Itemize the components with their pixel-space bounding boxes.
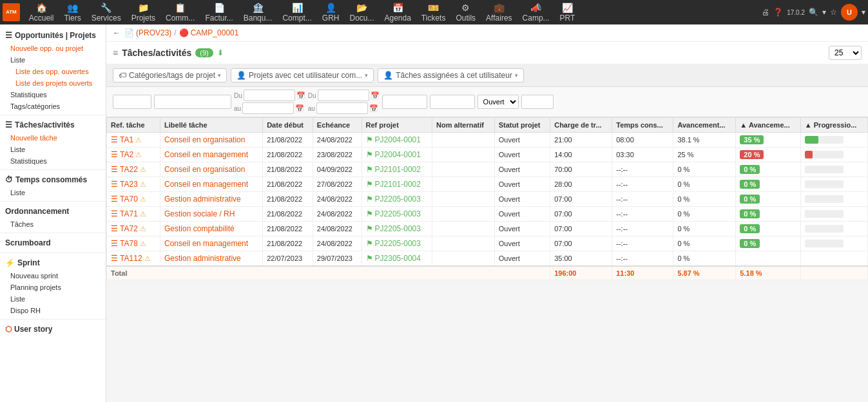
projet-link[interactable]: ⚑PJ2205-0003 bbox=[366, 195, 428, 204]
filter-ref-input[interactable] bbox=[113, 95, 151, 109]
nav-docu[interactable]: 📂 Docu... bbox=[344, 0, 379, 24]
sidebar-link-new-opp[interactable]: Nouvelle opp. ou projet bbox=[0, 43, 106, 54]
nav-camp[interactable]: 📣 Camp... bbox=[517, 0, 555, 24]
cal-icon-4[interactable]: 📅 bbox=[369, 104, 378, 113]
sidebar-link-liste-sprint[interactable]: Liste bbox=[0, 293, 106, 305]
nav-factur[interactable]: 📄 Factur... bbox=[200, 0, 238, 24]
sidebar-section-scrum[interactable]: Scrumboard bbox=[0, 236, 106, 250]
ref-link[interactable]: ☰ TA72 bbox=[111, 224, 138, 233]
filter-projects-btn[interactable]: 👤 Projets avec cet utilisateur com... ▾ bbox=[231, 68, 374, 82]
sidebar-section-temps[interactable]: ⏱ Temps consommés bbox=[0, 173, 106, 187]
nav-compt[interactable]: 📊 Compt... bbox=[277, 0, 316, 24]
filter-ref-projet-input[interactable] bbox=[382, 95, 427, 109]
star-icon[interactable]: ☆ bbox=[830, 8, 837, 17]
col-nom-alt[interactable]: Nom alternatif bbox=[432, 118, 494, 133]
projet-link[interactable]: ⚑PJ2004-0001 bbox=[366, 150, 428, 159]
col-avancement2[interactable]: ▲ Avanceme... bbox=[736, 118, 800, 133]
ref-link[interactable]: ☰ TA2 bbox=[111, 150, 133, 159]
col-statut[interactable]: Statut projet bbox=[494, 118, 550, 133]
ref-link[interactable]: ☰ TA78 bbox=[111, 239, 138, 248]
download-icon[interactable]: ⬇ bbox=[217, 48, 224, 57]
nav-tiers[interactable]: 👥 Tiers bbox=[59, 0, 86, 24]
col-temps[interactable]: Temps cons... bbox=[612, 118, 673, 133]
libelle-link[interactable]: Gestion administrative bbox=[164, 254, 241, 263]
filter-nom-alt-input[interactable] bbox=[430, 95, 475, 109]
ref-link[interactable]: ☰ TA112 bbox=[111, 254, 142, 263]
projet-link[interactable]: ⚑PJ2205-0003 bbox=[366, 209, 428, 218]
projet-link[interactable]: ⚑PJ2004-0001 bbox=[366, 135, 428, 144]
libelle-link[interactable]: Conseil en management bbox=[164, 180, 248, 189]
sidebar-link-dispo[interactable]: Dispo RH bbox=[0, 305, 106, 316]
ref-link[interactable]: ☰ TA70 bbox=[111, 195, 138, 204]
filter-categories-btn[interactable]: 🏷 Catégories/tags de projet ▾ bbox=[113, 68, 227, 82]
breadcrumb-camp[interactable]: CAMP_00001 bbox=[191, 28, 239, 37]
ref-link[interactable]: ☰ TA71 bbox=[111, 209, 138, 218]
per-page-select[interactable]: 25 50 100 bbox=[829, 46, 862, 60]
app-logo[interactable]: ATM bbox=[3, 3, 20, 21]
ref-link[interactable]: ☰ TA1 bbox=[111, 135, 133, 144]
libelle-link[interactable]: Gestion comptabilité bbox=[164, 224, 235, 233]
user-menu-icon[interactable]: ▾ bbox=[862, 8, 865, 17]
filter-echeance-au[interactable] bbox=[316, 102, 368, 114]
nav-services[interactable]: 🔧 Services bbox=[86, 0, 126, 24]
projet-link[interactable]: ⚑PJ2205-0003 bbox=[366, 224, 428, 233]
col-echeance[interactable]: Echéance bbox=[313, 118, 362, 133]
print-icon[interactable]: 🖨 bbox=[762, 8, 769, 17]
breadcrumb-prov[interactable]: (PROV23) bbox=[136, 28, 171, 37]
nav-accueil[interactable]: 🏠 Accueil bbox=[24, 0, 59, 24]
col-ref[interactable]: Ref. tâche bbox=[107, 118, 160, 133]
nav-tickets[interactable]: 🎫 Tickets bbox=[416, 0, 451, 24]
search-icon[interactable]: 🔍 bbox=[809, 8, 818, 17]
libelle-link[interactable]: Gestion sociale / RH bbox=[164, 209, 235, 218]
avatar[interactable]: U bbox=[841, 4, 858, 21]
filter-other-input[interactable] bbox=[521, 95, 554, 109]
sidebar-link-taches-ordo[interactable]: Tâches bbox=[0, 218, 106, 230]
sidebar-link-liste-opp[interactable]: Liste des opp. ouvertes bbox=[0, 66, 106, 77]
filter-echeance-du[interactable] bbox=[318, 90, 369, 101]
ref-link[interactable]: ☰ TA23 bbox=[111, 180, 138, 189]
sidebar-link-new-tache[interactable]: Nouvelle tâche bbox=[0, 132, 106, 144]
projet-link[interactable]: ⚑PJ2101-0002 bbox=[366, 180, 428, 189]
cal-icon-3[interactable]: 📅 bbox=[371, 91, 380, 100]
filter-tasks-btn[interactable]: 👤 Tâches assignées à cet utilisateur ▾ bbox=[378, 68, 524, 82]
sidebar-link-new-sprint[interactable]: Nouveau sprint bbox=[0, 270, 106, 282]
projet-link[interactable]: ⚑PJ2101-0002 bbox=[366, 165, 428, 174]
nav-comm[interactable]: 📋 Comm... bbox=[160, 0, 200, 24]
sidebar-link-liste-projets[interactable]: Liste des projets ouverts bbox=[0, 77, 106, 89]
nav-outils[interactable]: ⚙ Outils bbox=[450, 0, 481, 24]
filter-date-debut-du[interactable] bbox=[244, 90, 295, 101]
cal-icon-1[interactable]: 📅 bbox=[296, 91, 305, 100]
sidebar-section-sprint[interactable]: ⚡ Sprint bbox=[0, 256, 106, 270]
filter-date-debut-au[interactable] bbox=[242, 102, 294, 114]
libelle-link[interactable]: Conseil en management bbox=[164, 239, 248, 248]
nav-grh[interactable]: 👤 GRH bbox=[317, 0, 345, 24]
sidebar-section-opportunites[interactable]: ☰ Opportunités | Projets bbox=[0, 28, 106, 43]
sidebar-section-taches[interactable]: ☰ Tâches/activités bbox=[0, 118, 106, 132]
col-charge[interactable]: Charge de tr... bbox=[550, 118, 612, 133]
sidebar-link-stats-taches[interactable]: Statistiques bbox=[0, 155, 106, 167]
cal-icon-2[interactable]: 📅 bbox=[295, 104, 304, 113]
nav-prt[interactable]: 📈 PRT bbox=[555, 0, 581, 24]
sidebar-link-planning[interactable]: Planning projets bbox=[0, 282, 106, 293]
libelle-link[interactable]: Gestion administrative bbox=[164, 195, 241, 204]
sidebar-link-liste-taches[interactable]: Liste bbox=[0, 144, 106, 155]
filter-libelle-input[interactable] bbox=[154, 95, 231, 109]
sidebar-link-liste[interactable]: Liste bbox=[0, 54, 106, 66]
col-date-debut[interactable]: Date début bbox=[263, 118, 313, 133]
projet-link[interactable]: ⚑PJ2205-0003 bbox=[366, 239, 428, 248]
ref-link[interactable]: ☰ TA22 bbox=[111, 165, 138, 174]
sidebar-section-ordo[interactable]: Ordonnancement bbox=[0, 204, 106, 218]
back-icon[interactable]: ← bbox=[113, 28, 121, 37]
libelle-link[interactable]: Conseil en organisation bbox=[164, 135, 245, 144]
nav-agenda[interactable]: 📅 Agenda bbox=[379, 0, 416, 24]
arrow-down-icon[interactable]: ▾ bbox=[822, 8, 826, 17]
nav-affaires[interactable]: 💼 Affaires bbox=[481, 0, 517, 24]
libelle-link[interactable]: Conseil en management bbox=[164, 150, 248, 159]
filter-statut-select[interactable]: Ouvert Fermé Tous bbox=[477, 95, 519, 109]
col-libelle[interactable]: Libellé tâche bbox=[160, 118, 263, 133]
sidebar-link-tags[interactable]: Tags/catégories bbox=[0, 100, 106, 112]
nav-banqu[interactable]: 🏦 Banqu... bbox=[238, 0, 278, 24]
projet-link[interactable]: ⚑PJ2305-0004 bbox=[366, 254, 428, 263]
col-avancement1[interactable]: Avancement... bbox=[673, 118, 736, 133]
sidebar-section-userstory[interactable]: ⬡ User story bbox=[0, 322, 106, 336]
